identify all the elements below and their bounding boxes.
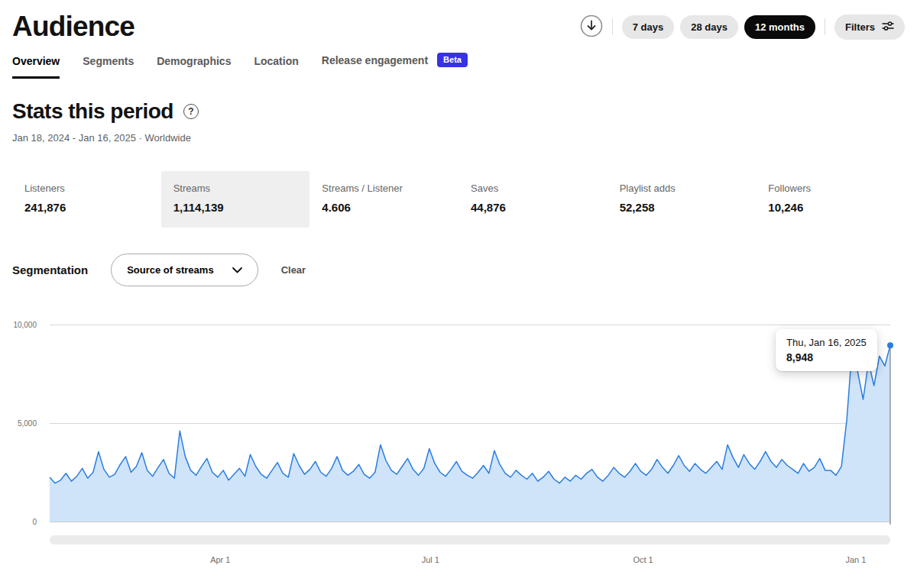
tab-label: Demographics — [157, 55, 231, 67]
tooltip-value: 8,948 — [786, 351, 867, 363]
x-axis: Apr 1 Jul 1 Oct 1 Jan 1 — [50, 554, 890, 567]
y-axis-label: 10,000 — [6, 321, 37, 329]
tab-segments[interactable]: Segments — [83, 55, 134, 79]
stat-streams-per-listener[interactable]: Streams / Listener 4.606 — [309, 171, 458, 228]
help-icon[interactable]: ? — [183, 104, 199, 119]
tab-overview[interactable]: Overview — [12, 55, 60, 79]
chart-tooltip: Thu, Jan 16, 2025 8,948 — [776, 329, 877, 371]
stat-streams[interactable]: Streams 1,114,139 — [161, 171, 310, 228]
tab-demographics[interactable]: Demographics — [157, 55, 231, 79]
last-point-dot — [887, 342, 893, 348]
tab-label: Segments — [83, 55, 134, 67]
segmentation-label: Segmentation — [12, 263, 88, 276]
divider — [612, 18, 613, 35]
stat-label: Playlist adds — [620, 183, 744, 194]
y-axis-label: 0 — [6, 518, 37, 526]
date-range-selector: 7 days 28 days 12 months — [622, 15, 815, 39]
page-title: Audience — [12, 11, 134, 43]
stat-value: 10,246 — [768, 201, 893, 214]
stat-label: Streams — [173, 183, 298, 194]
range-pill-28-days[interactable]: 28 days — [680, 15, 738, 39]
stats-section-header: Stats this period ? — [12, 99, 905, 124]
streams-chart-section: 10,000 5,000 0 Thu, Jan 16, 2025 8,948 A… — [0, 325, 917, 567]
chart-scrollbar[interactable] — [50, 535, 890, 544]
streams-area-chart[interactable]: Thu, Jan 16, 2025 8,948 — [50, 325, 890, 522]
x-axis-label: Apr 1 — [210, 555, 230, 564]
range-pill-12-months[interactable]: 12 months — [744, 15, 815, 39]
stat-label: Streams / Listener — [322, 183, 446, 194]
stat-playlist-adds[interactable]: Playlist adds 52,258 — [608, 171, 757, 228]
chart-svg — [50, 325, 890, 522]
header-controls: 7 days 28 days 12 months Filters — [580, 15, 905, 40]
divider — [825, 18, 825, 35]
stat-value: 241,876 — [24, 201, 149, 214]
stat-value: 44,876 — [471, 201, 595, 214]
clear-segmentation-button[interactable]: Clear — [281, 264, 306, 276]
stream-area — [50, 345, 890, 522]
stat-label: Listeners — [24, 183, 149, 194]
tab-label: Location — [254, 55, 298, 67]
tooltip-date: Thu, Jan 16, 2025 — [786, 337, 867, 348]
segmentation-row: Segmentation Source of streams Clear — [12, 254, 905, 286]
stat-followers[interactable]: Followers 10,246 — [756, 171, 905, 228]
y-axis-label: 5,000 — [6, 419, 37, 428]
date-range-subtitle: Jan 18, 2024 - Jan 16, 2025 · Worldwide — [12, 132, 905, 144]
sliders-icon — [882, 21, 894, 34]
tab-label: Release engagement — [322, 54, 428, 66]
x-axis-label: Oct 1 — [633, 555, 653, 564]
download-button[interactable] — [580, 15, 603, 40]
x-axis-label: Jan 1 — [845, 555, 866, 564]
x-axis-label: Jul 1 — [422, 555, 439, 564]
stat-label: Followers — [768, 183, 893, 194]
range-pill-7-days[interactable]: 7 days — [622, 15, 674, 39]
tab-location[interactable]: Location — [254, 55, 298, 79]
stat-saves[interactable]: Saves 44,876 — [458, 171, 608, 228]
section-title: Stats this period — [12, 99, 173, 124]
stat-value: 4.606 — [322, 201, 446, 214]
stats-row: Listeners 241,876 Streams 1,114,139 Stre… — [12, 171, 905, 228]
stat-value: 52,258 — [620, 201, 744, 214]
stat-listeners[interactable]: Listeners 241,876 — [12, 171, 161, 228]
tab-release-engagement[interactable]: Release engagement Beta — [322, 53, 468, 79]
chevron-down-icon — [232, 264, 242, 276]
filters-button-label: Filters — [845, 21, 875, 33]
download-icon — [580, 15, 603, 40]
stat-label: Saves — [471, 183, 595, 194]
dropdown-value: Source of streams — [127, 264, 213, 276]
filters-button[interactable]: Filters — [834, 15, 905, 40]
beta-badge: Beta — [437, 53, 468, 67]
source-of-streams-dropdown[interactable]: Source of streams — [111, 254, 258, 286]
stat-value: 1,114,139 — [173, 201, 298, 214]
header: Audience 7 days 28 days 12 months Filter… — [0, 0, 917, 43]
tab-bar: Overview Segments Demographics Location … — [0, 53, 917, 79]
tab-label: Overview — [12, 55, 60, 67]
